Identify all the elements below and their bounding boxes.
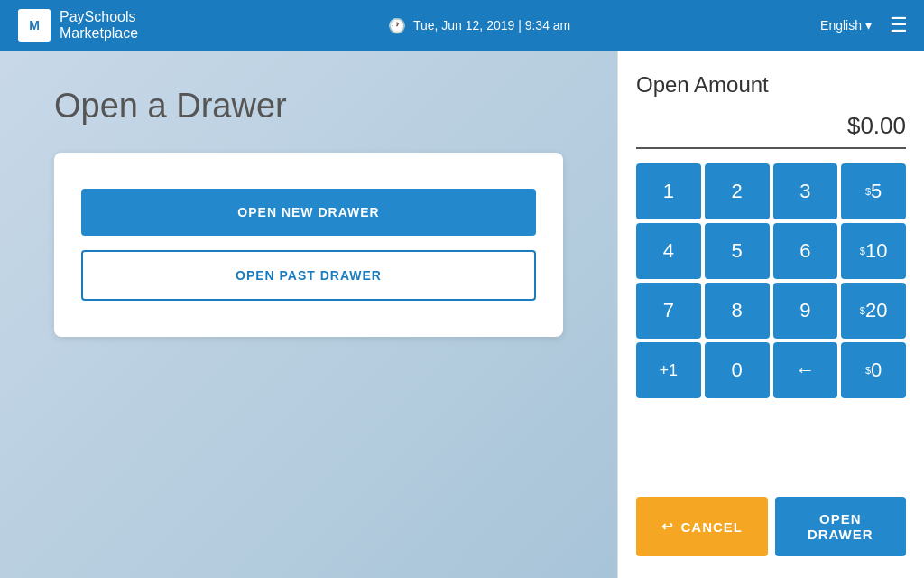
numpad-5[interactable]: 5 [705, 223, 770, 279]
open-past-drawer-button[interactable]: OPEN PAST DRAWER [81, 250, 536, 301]
logo-text: PaySchools Marketplace [60, 9, 138, 41]
numpad-6[interactable]: 6 [773, 223, 838, 279]
header-datetime-area: 🕐 Tue, Jun 12, 2019 | 9:34 am [138, 17, 820, 34]
numpad-0[interactable]: 0 [705, 342, 770, 398]
main-content: Open a Drawer OPEN NEW DRAWER OPEN PAST … [0, 51, 924, 578]
drawer-options-card: OPEN NEW DRAWER OPEN PAST DRAWER [54, 153, 563, 337]
numpad-5d[interactable]: $5 [841, 163, 906, 219]
header-right-controls: English ▾ ☰ [820, 14, 906, 37]
app-header: M PaySchools Marketplace 🕐 Tue, Jun 12, … [0, 0, 924, 51]
open-amount-title: Open Amount [636, 72, 906, 98]
logo: M PaySchools Marketplace [18, 9, 138, 42]
numpad-4[interactable]: 4 [636, 223, 701, 279]
left-panel: Open a Drawer OPEN NEW DRAWER OPEN PAST … [0, 51, 617, 578]
numpad-1[interactable]: 1 [636, 163, 701, 219]
logo-icon: M [18, 9, 51, 42]
datetime-text: Tue, Jun 12, 2019 | 9:34 am [413, 18, 570, 33]
cancel-button[interactable]: ↩ CANCEL [636, 497, 768, 556]
numpad-3[interactable]: 3 [773, 163, 838, 219]
cancel-icon: ↩ [661, 518, 674, 535]
logo-schools: Schools [85, 9, 136, 24]
numpad: 1 2 3 $5 4 5 6 $10 7 8 9 $20 +1 0 ← $0 [636, 163, 906, 398]
logo-pay: Pay [60, 9, 85, 24]
menu-icon[interactable]: ☰ [890, 14, 906, 37]
open-drawer-button[interactable]: OPEN DRAWER [775, 497, 907, 556]
language-label: English [820, 18, 862, 33]
numpad-2[interactable]: 2 [705, 163, 770, 219]
cancel-label: CANCEL [681, 519, 744, 535]
logo-marketplace: Marketplace [60, 25, 138, 42]
numpad-plus1[interactable]: +1 [636, 342, 701, 398]
numpad-20d[interactable]: $20 [841, 283, 906, 339]
amount-display: $0.00 [636, 112, 906, 149]
numpad-10d[interactable]: $10 [841, 223, 906, 279]
action-row: ↩ CANCEL OPEN DRAWER [636, 497, 906, 556]
numpad-8[interactable]: 8 [705, 283, 770, 339]
numpad-0d[interactable]: $0 [841, 342, 906, 398]
numpad-9[interactable]: 9 [773, 283, 838, 339]
language-selector[interactable]: English ▾ [820, 18, 872, 33]
chevron-down-icon: ▾ [865, 18, 872, 33]
numpad-backspace[interactable]: ← [773, 342, 838, 398]
clock-icon: 🕐 [388, 17, 406, 34]
open-new-drawer-button[interactable]: OPEN NEW DRAWER [81, 189, 536, 236]
page-title: Open a Drawer [54, 87, 563, 126]
numpad-7[interactable]: 7 [636, 283, 701, 339]
right-panel: Open Amount $0.00 1 2 3 $5 4 5 6 $10 7 8… [617, 51, 924, 578]
